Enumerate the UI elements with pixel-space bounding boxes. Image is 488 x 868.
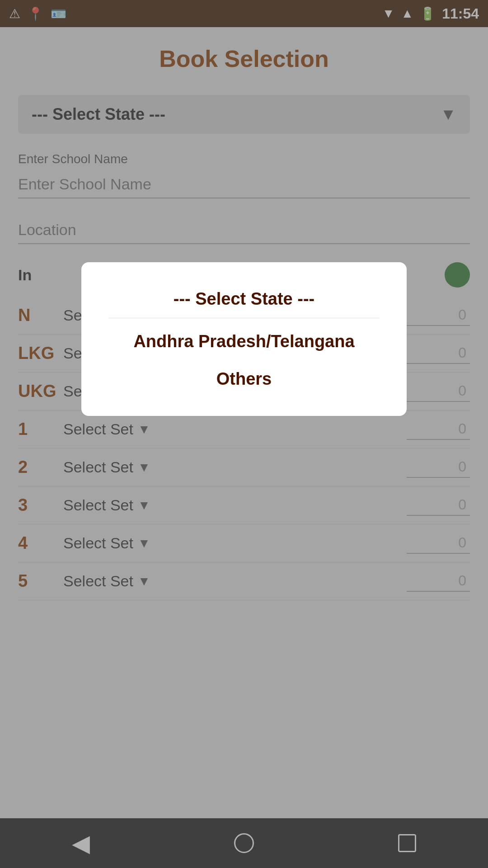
state-selection-dialog: --- Select State --- Andhra Pradesh/Tela… — [81, 262, 407, 416]
modal-overlay[interactable] — [0, 0, 488, 868]
dialog-option-select-state[interactable]: --- Select State --- — [108, 280, 380, 318]
dialog-option-others[interactable]: Others — [108, 360, 380, 398]
dialog-option-andhra[interactable]: Andhra Pradesh/Telangana — [108, 323, 380, 360]
